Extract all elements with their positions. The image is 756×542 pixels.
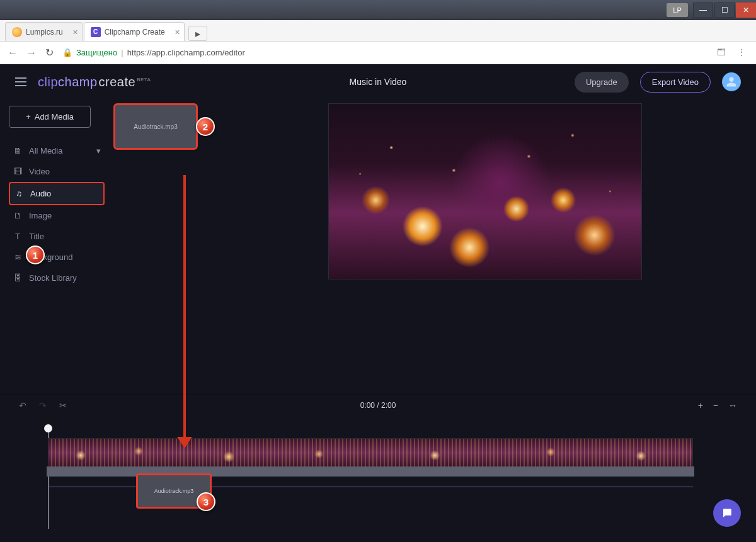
video-preview[interactable]: [328, 103, 642, 279]
translate-icon[interactable]: 🗔: [717, 47, 728, 59]
add-media-button[interactable]: + Add Media: [9, 106, 91, 128]
browser-tabs: Lumpics.ru × C Clipchamp Create × ▸: [0, 20, 756, 42]
window-maximize-button[interactable]: ☐: [714, 3, 735, 18]
user-avatar[interactable]: [722, 72, 741, 91]
tab-title: Clipchamp Create: [105, 28, 165, 37]
window-minimize-button[interactable]: —: [693, 3, 713, 18]
timecode: 0:00 / 2:00: [360, 401, 396, 410]
sidebar-item-audio[interactable]: ♫ Audio: [9, 182, 105, 205]
zoom-in-icon[interactable]: +: [698, 400, 703, 410]
timeline-toolbar: ↶ ↷ ✂ 0:00 / 2:00 + − ↔: [0, 394, 756, 415]
window-close-button[interactable]: ✕: [736, 3, 756, 18]
layers-icon: ≋: [13, 252, 23, 262]
tab-favicon-lumpics: [12, 27, 22, 37]
preview-area: [252, 99, 756, 394]
music-note-icon: ♫: [14, 189, 24, 198]
media-thumbnail-audio[interactable]: Audiotrack.mp3: [113, 103, 198, 150]
tab-close-icon[interactable]: ×: [73, 27, 78, 37]
video-track[interactable]: [48, 438, 693, 467]
annotation-step-2: 2: [196, 117, 215, 136]
sidebar-item-all-media[interactable]: 🗎 All Media ▾: [9, 140, 105, 161]
tab-close-icon[interactable]: ×: [175, 27, 180, 37]
browser-tab[interactable]: Lumpics.ru ×: [5, 22, 83, 41]
image-icon: 🗋: [13, 211, 23, 220]
hamburger-menu-icon[interactable]: [15, 77, 26, 86]
file-icon: 🗎: [13, 146, 23, 155]
secure-label: Защищено: [76, 48, 117, 57]
sidebar-item-stock-library[interactable]: 🗄 Stock Library: [9, 268, 105, 288]
annotation-arrow: [183, 175, 186, 447]
browser-titlebar: LP — ☐ ✕: [0, 0, 756, 20]
zoom-out-icon[interactable]: −: [713, 400, 718, 410]
lp-badge: LP: [667, 3, 688, 17]
library-icon: 🗄: [13, 273, 23, 283]
timeline[interactable]: Audiotrack.mp3: [0, 415, 756, 533]
new-tab-button[interactable]: ▸: [188, 26, 207, 41]
tab-title: Lumpics.ru: [26, 28, 63, 37]
plus-icon: +: [26, 112, 31, 121]
address-bar: ← → ↻ 🔒 Защищено | https://app.clipchamp…: [0, 42, 756, 64]
annotation-step-3: 3: [197, 492, 215, 511]
nav-back-icon[interactable]: ←: [8, 47, 18, 59]
project-title[interactable]: Music in Video: [350, 77, 407, 87]
split-icon[interactable]: ✂: [59, 400, 67, 410]
intercom-chat-button[interactable]: [713, 499, 741, 527]
url-field[interactable]: 🔒 Защищено | https://app.clipchamp.com/e…: [62, 48, 708, 57]
sidebar-item-image[interactable]: 🗋 Image: [9, 205, 105, 226]
nav-forward-icon[interactable]: →: [26, 47, 37, 59]
redo-icon[interactable]: ↷: [39, 400, 47, 410]
fit-icon[interactable]: ↔: [728, 400, 737, 410]
film-icon: 🎞: [13, 167, 23, 176]
upgrade-button[interactable]: Upgrade: [575, 72, 629, 93]
media-sidebar: + Add Media 🗎 All Media ▾ 🎞 Video ♫ Audi…: [0, 99, 113, 394]
sidebar-item-video[interactable]: 🎞 Video: [9, 161, 105, 182]
lock-icon: 🔒: [62, 48, 72, 57]
tab-favicon-clipchamp: C: [91, 27, 101, 37]
app-logo: clipchampcreateBETA: [38, 75, 151, 89]
undo-icon[interactable]: ↶: [19, 400, 26, 410]
sidebar-item-title[interactable]: T Title: [9, 226, 105, 247]
chevron-down-icon: ▾: [96, 146, 101, 155]
url-text: https://app.clipchamp.com/editor: [127, 48, 245, 57]
menu-dots-icon[interactable]: ⋮: [737, 47, 748, 59]
app-header: clipchampcreateBETA Music in Video Upgra…: [0, 64, 756, 99]
media-panel: Audiotrack.mp3: [113, 99, 252, 394]
sidebar-item-background[interactable]: ≋ Background: [9, 247, 105, 268]
nav-reload-icon[interactable]: ↻: [45, 47, 54, 59]
annotation-step-1: 1: [26, 246, 45, 264]
text-icon: T: [13, 232, 23, 241]
export-video-button[interactable]: Export Video: [640, 72, 711, 93]
app-viewport: clipchampcreateBETA Music in Video Upgra…: [0, 64, 756, 542]
browser-tab[interactable]: C Clipchamp Create ×: [84, 22, 185, 41]
